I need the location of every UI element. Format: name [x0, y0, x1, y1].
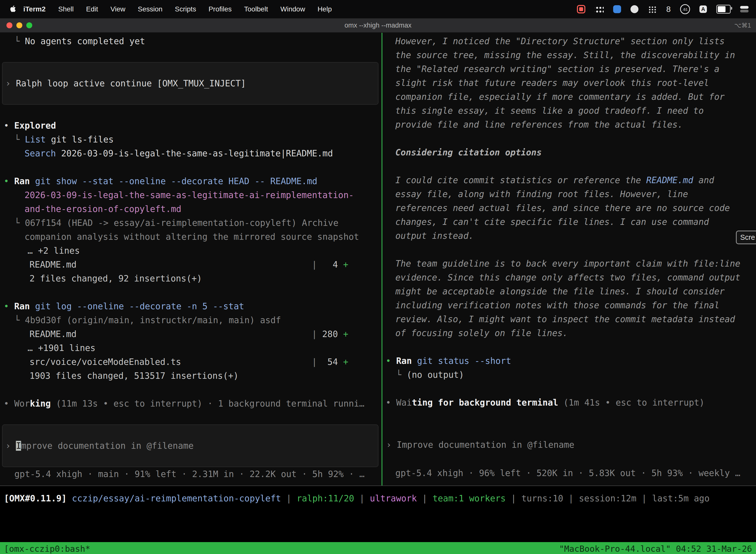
text-segment: +: [343, 357, 348, 367]
blank-line: [382, 340, 756, 354]
terminal-line: review. Also, I might want to inspect th…: [382, 312, 756, 326]
text-segment: changes, I can't cite specific file line…: [395, 217, 709, 227]
text-segment: Improve documentation in @filename: [397, 440, 574, 450]
text-segment: +: [343, 260, 348, 270]
text-segment: |: [354, 493, 370, 503]
text-segment: +: [343, 329, 348, 339]
zoom-button[interactable]: [26, 22, 32, 28]
text-segment: cczip/essay/ai-reimplementation-copyleft: [72, 493, 281, 503]
terminal-line: might be acceptable alongside the file l…: [382, 284, 756, 298]
terminal-line: src/voice/voiceModeEnabled.ts | 54 +: [0, 355, 381, 369]
menu-scripts[interactable]: Scripts: [169, 5, 202, 13]
blank-line: [0, 383, 381, 397]
blank-line: [0, 160, 381, 174]
text-segment: The team guideline is to back every impo…: [395, 259, 740, 269]
text-segment: session:12m: [579, 493, 636, 503]
text-segment: •: [4, 121, 14, 130]
blank-line: [0, 48, 381, 62]
terminal-line: └ (no output): [382, 368, 756, 382]
text-segment: |: [281, 493, 297, 503]
text-segment: companion analysis without altering the …: [24, 232, 359, 242]
text-segment: Ran: [396, 356, 417, 366]
window-grid-icon[interactable]: [595, 5, 604, 13]
menu-profiles[interactable]: Profiles: [202, 5, 238, 13]
blank-line: [0, 410, 381, 425]
text-segment: mprove documentation in @filename: [21, 441, 193, 451]
menu-help[interactable]: Help: [311, 5, 338, 13]
notification-text: Scre: [740, 233, 755, 241]
terminal-line: this single essay, it seems like a good …: [382, 104, 756, 118]
text-segment: and: [693, 175, 714, 185]
apple-menu[interactable]: [7, 5, 16, 13]
dots-grid-icon[interactable]: [648, 5, 657, 13]
text-segment: 4b9d30f (origin/main, instructkr/main, m…: [25, 315, 281, 325]
text-segment: Ran: [14, 301, 35, 311]
menu-toolbelt[interactable]: Toolbelt: [238, 5, 274, 13]
menu-window[interactable]: Window: [274, 5, 312, 13]
text-segment: companion file, especially if more comme…: [395, 92, 725, 102]
text-segment: essay file, along with finding root file…: [395, 189, 688, 199]
terminal-line: the source tree, missing the essay. Stil…: [382, 48, 756, 62]
text-segment: [181, 357, 312, 367]
screen-recording-icon[interactable]: [577, 5, 585, 13]
text-segment: 067f154 (HEAD -> essay/ai-reimplementati…: [25, 218, 338, 228]
text-segment: ›: [5, 441, 16, 451]
minimize-button[interactable]: [16, 22, 22, 28]
text-segment: Explored: [14, 121, 56, 130]
context-status-line: gpt-5.4 xhigh · main · 91% left · 2.31M …: [0, 467, 381, 481]
terminal-line: README.md | 4 +: [0, 258, 381, 272]
text-segment: List: [25, 134, 46, 145]
text-segment: ›: [5, 78, 16, 88]
notification-toast[interactable]: Scre: [736, 231, 756, 244]
menu-session[interactable]: Session: [131, 5, 169, 13]
shield-app-icon[interactable]: [630, 5, 638, 13]
terminal-line: output instead.: [382, 229, 756, 243]
ralph-loop-banner: › Ralph loop active continue [OMX_TMUX_I…: [2, 62, 378, 105]
omx-status-bar: [OMX#0.11.9] cczip/essay/ai-reimplementa…: [0, 486, 756, 542]
text-segment: ›: [386, 440, 397, 450]
blank-line: [382, 243, 756, 257]
text-segment: ultrawork: [370, 493, 417, 503]
text-segment: git log --oneline --decorate -n 5 --stat: [35, 301, 244, 311]
text-segment: |: [312, 329, 317, 339]
menu-edit[interactable]: Edit: [80, 5, 104, 13]
text-segment: Considering citation options: [395, 148, 542, 157]
blue-app-icon[interactable]: [613, 5, 621, 13]
close-button[interactable]: [6, 22, 12, 28]
menu-shell[interactable]: Shell: [52, 5, 80, 13]
text-segment: |: [636, 493, 652, 503]
text-segment: output instead.: [395, 231, 474, 241]
terminal-area: └ No agents completed yet› Ralph loop ac…: [0, 33, 756, 486]
text-segment: [77, 260, 312, 270]
text-segment: Ralph loop active continue [OMX_TMUX_INJ…: [16, 78, 246, 88]
input-source-icon[interactable]: A: [699, 5, 707, 13]
terminal-line: 2 files changed, 92 insertions(+): [0, 272, 381, 285]
text-segment: king: [30, 399, 51, 408]
menu-iterm2[interactable]: iTerm2: [16, 5, 52, 13]
eight-app-icon[interactable]: 8: [666, 5, 671, 14]
gauge-61-icon[interactable]: .61: [680, 4, 690, 14]
right-pane[interactable]: However, I noticed the "Directory Struct…: [382, 33, 756, 486]
traffic-lights: [0, 22, 32, 28]
terminal-line: including verification notes with those …: [382, 298, 756, 312]
battery-icon[interactable]: [716, 5, 731, 14]
control-center-icon[interactable]: [740, 6, 749, 12]
terminal-line: └ 4b9d30f (origin/main, instructkr/main,…: [0, 313, 381, 327]
menu-view[interactable]: View: [104, 5, 131, 13]
text-segment: turns:10: [521, 493, 563, 503]
thinking-heading: Considering citation options: [382, 146, 756, 159]
text-segment: 2026-03-09-is-legal-the-same-as-legitima…: [56, 149, 333, 158]
command-input[interactable]: › Improve documentation in @filename: [2, 425, 378, 467]
terminal-line: provide file and line references from th…: [382, 118, 756, 131]
terminal-line: changes, I can't cite specific file line…: [382, 215, 756, 229]
text-segment: ralph:11/20: [297, 493, 354, 503]
terminal-line: • Ran git log --oneline --decorate -n 5 …: [0, 299, 381, 313]
text-segment: git status --short: [417, 356, 511, 366]
left-pane[interactable]: └ No agents completed yet› Ralph loop ac…: [0, 33, 381, 486]
command-input[interactable]: › Improve documentation in @filename: [382, 424, 753, 466]
text-segment: gpt-5.4 xhigh · 96% left · 520K in · 5.8…: [395, 468, 740, 478]
terminal-line: However, I noticed the "Directory Struct…: [382, 34, 756, 48]
working-status: • Working (11m 13s • esc to interrupt) ·…: [0, 397, 381, 410]
window-title: omx --xhigh --madmax: [344, 21, 412, 29]
text-segment: slight risk that future readers may over…: [395, 78, 709, 88]
